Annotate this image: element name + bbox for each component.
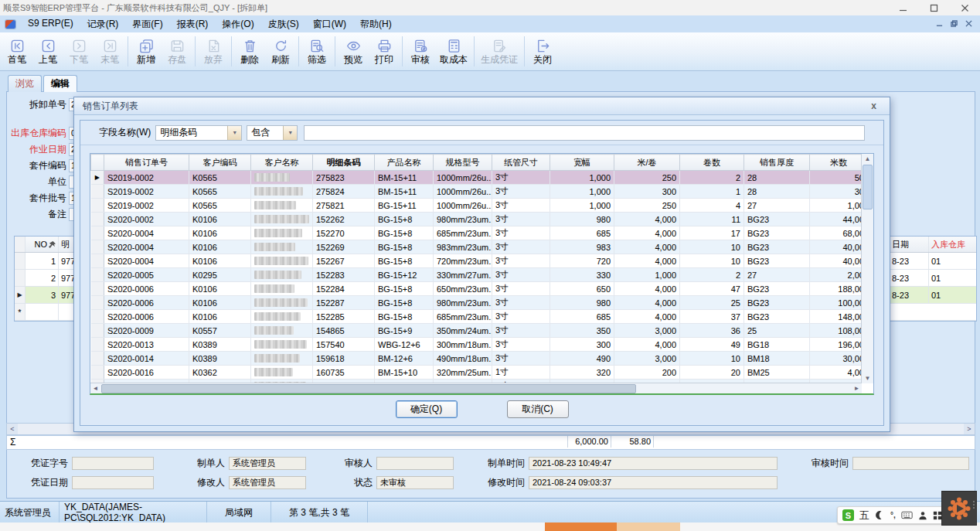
- menu-item-6[interactable]: 窗口(W): [306, 16, 353, 32]
- row-selector[interactable]: [91, 338, 104, 352]
- sales-order-row[interactable]: S2020-0004K0106152269BG-15+8983mm/23um..…: [91, 240, 863, 254]
- grid-vscrollbar[interactable]: ▲ ▼: [861, 154, 873, 383]
- column-header-10[interactable]: 销售厚度: [744, 155, 810, 171]
- filter-button[interactable]: 筛选: [301, 33, 332, 70]
- hscroll-thumb[interactable]: [101, 384, 636, 393]
- field-name-select[interactable]: 明细条码 ▾: [155, 125, 242, 141]
- no-column-header[interactable]: NO: [26, 237, 59, 252]
- minimize-button[interactable]: [887, 0, 918, 15]
- column-header-5[interactable]: 规格型号: [434, 155, 492, 171]
- sales-order-row[interactable]: S2020-0006K0106152285BG-15+8685mm/23um..…: [91, 310, 863, 324]
- print-button[interactable]: 打印: [369, 33, 400, 70]
- scroll-left-icon[interactable]: <: [7, 424, 18, 434]
- vscroll-thumb[interactable]: [863, 165, 873, 209]
- filter-value-input[interactable]: [304, 125, 865, 141]
- warehouse-column-header[interactable]: 入库仓库: [929, 237, 980, 252]
- toolbox-icon[interactable]: [933, 511, 942, 520]
- floating-app-logo[interactable]: [941, 491, 977, 526]
- moon-icon[interactable]: [875, 510, 885, 520]
- menu-item-5[interactable]: 皮肤(S): [261, 16, 306, 32]
- sales-order-row[interactable]: S2020-0004K0106152270BG-15+8685mm/23um..…: [91, 226, 863, 240]
- mdi-restore-button[interactable]: [951, 19, 958, 29]
- menu-item-1[interactable]: 记录(R): [80, 16, 126, 32]
- audit-button[interactable]: 审核: [405, 33, 436, 70]
- menu-item-2[interactable]: 界面(F): [125, 16, 169, 32]
- column-header-0[interactable]: 销售订单号: [104, 155, 189, 171]
- row-selector[interactable]: ▶: [15, 287, 26, 303]
- column-header-8[interactable]: 米/卷: [614, 155, 680, 171]
- voucher-no-field[interactable]: [72, 457, 154, 470]
- menu-item-3[interactable]: 报表(R): [170, 16, 216, 32]
- column-header-6[interactable]: 纸管尺寸: [492, 155, 550, 171]
- punctuation-mode-icon[interactable]: °,: [890, 511, 896, 519]
- tab-browse[interactable]: 浏览: [8, 75, 42, 92]
- scroll-left-icon[interactable]: ◄: [90, 383, 100, 393]
- keyboard-icon[interactable]: [901, 511, 913, 519]
- get-cost-button[interactable]: 取成本: [436, 33, 471, 70]
- detail-row[interactable]: 8-2301: [890, 270, 976, 287]
- sales-order-row[interactable]: S2020-0005K0295152283BG-15+12330mm/27um.…: [91, 268, 863, 282]
- row-selector[interactable]: [91, 254, 104, 268]
- column-header-1[interactable]: 客户编码: [189, 155, 251, 171]
- row-selector[interactable]: [91, 324, 104, 338]
- mdi-close-button[interactable]: [965, 19, 972, 29]
- mdi-minimize-button[interactable]: [936, 19, 943, 29]
- menu-item-4[interactable]: 操作(O): [215, 16, 260, 32]
- column-header-9[interactable]: 卷数: [680, 155, 744, 171]
- row-selector[interactable]: [91, 199, 104, 213]
- row-selector[interactable]: ▶: [91, 171, 104, 185]
- column-header-2[interactable]: 客户名称: [251, 155, 313, 171]
- column-header-4[interactable]: 产品名称: [375, 155, 434, 171]
- scroll-right-icon[interactable]: >: [964, 424, 975, 434]
- scroll-right-icon[interactable]: ►: [852, 383, 862, 393]
- row-selector[interactable]: [91, 366, 104, 380]
- column-header-11[interactable]: 米数: [810, 155, 863, 171]
- menu-item-0[interactable]: S9 ERP(E): [21, 16, 80, 32]
- ok-button[interactable]: 确定(Q): [396, 400, 458, 418]
- sales-order-row[interactable]: S2019-0002K0565275821BG-15+111000mm/26u.…: [91, 199, 863, 213]
- chevron-down-icon[interactable]: ▾: [283, 126, 297, 140]
- row-selector[interactable]: [91, 296, 104, 310]
- prev-record-button[interactable]: 上笔: [32, 33, 63, 70]
- sales-order-row[interactable]: S2019-0002K0565275824BM-15+111000mm/26u.…: [91, 185, 863, 199]
- sales-order-row[interactable]: S2020-0006K0106152287BG-15+8980mm/23um..…: [91, 296, 863, 310]
- maximize-button[interactable]: [918, 0, 949, 15]
- date-column-header[interactable]: 日期: [890, 237, 929, 252]
- chevron-down-icon[interactable]: ▾: [227, 126, 241, 140]
- dialog-close-button[interactable]: x: [866, 100, 881, 111]
- sales-order-row[interactable]: S2020-0016K0362160735BM-15+10320mm/25um.…: [91, 366, 863, 380]
- scroll-up-icon[interactable]: ▲: [862, 154, 873, 164]
- close-window-button[interactable]: [949, 0, 980, 15]
- sales-order-row[interactable]: S2020-0013K0389157540WBG-12+6300mm/18um.…: [91, 338, 863, 352]
- sales-order-row[interactable]: S2020-0004K0106152267BG-15+8720mm/23um..…: [91, 254, 863, 268]
- cancel-button[interactable]: 取消(C): [507, 400, 569, 418]
- row-selector[interactable]: [91, 282, 104, 296]
- row-selector[interactable]: [91, 185, 104, 199]
- close-button[interactable]: 关闭: [527, 33, 558, 70]
- sales-order-row[interactable]: S2020-0009K0557154865BG-15+9350mm/24um..…: [91, 324, 863, 338]
- sales-order-row[interactable]: S2020-0014K0389159618BM-12+6490mm/18um..…: [91, 352, 863, 366]
- column-header-3[interactable]: 明细条码: [313, 155, 375, 171]
- row-selector[interactable]: [91, 268, 104, 282]
- preview-button[interactable]: 预览: [338, 33, 369, 70]
- wubi-mode-icon[interactable]: 五: [859, 509, 869, 522]
- refresh-button[interactable]: 刷新: [265, 33, 296, 70]
- tab-edit[interactable]: 编辑: [43, 75, 77, 92]
- row-selector[interactable]: [15, 270, 26, 286]
- delete-button[interactable]: 删除: [234, 33, 265, 70]
- row-selector[interactable]: [15, 253, 26, 269]
- row-selector[interactable]: [91, 352, 104, 366]
- sales-order-row[interactable]: S2020-0006K0106152284BG-15+8650mm/23um..…: [91, 282, 863, 296]
- row-selector[interactable]: [91, 226, 104, 240]
- detail-row[interactable]: 8-2301: [890, 287, 976, 304]
- row-selector[interactable]: [91, 213, 104, 226]
- person-icon[interactable]: [918, 511, 927, 520]
- voucher-date-field[interactable]: [72, 476, 154, 489]
- row-selector[interactable]: [91, 310, 104, 324]
- taskbar-active-app[interactable]: [545, 522, 617, 531]
- sales-order-row[interactable]: S2020-0002K0106152262BG-15+8980mm/23um..…: [91, 213, 863, 226]
- taskbar-app[interactable]: [617, 522, 680, 531]
- scroll-down-icon[interactable]: ▼: [862, 373, 873, 383]
- row-selector[interactable]: [91, 240, 104, 254]
- grid-hscrollbar[interactable]: ◄ ►: [90, 383, 862, 393]
